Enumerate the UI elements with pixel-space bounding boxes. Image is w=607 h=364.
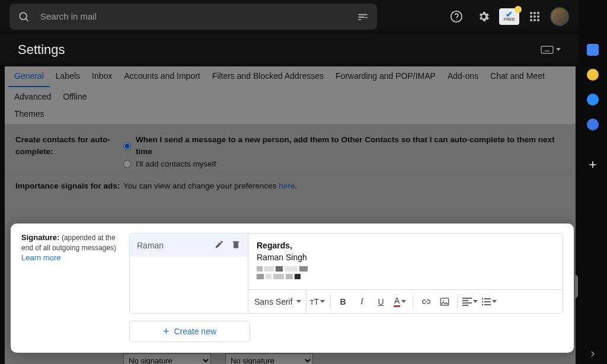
- tab-advanced[interactable]: Advanced: [8, 87, 57, 107]
- tab-inbox[interactable]: Inbox: [86, 66, 118, 87]
- importance-text: You can view and change your preferences: [123, 181, 279, 190]
- bold-button[interactable]: B: [336, 293, 351, 310]
- svg-point-28: [481, 301, 483, 302]
- underline-button[interactable]: U: [373, 293, 389, 310]
- tab-filters[interactable]: Filters and Blocked Addresses: [206, 66, 330, 87]
- row-create-contacts: Create contacts for auto-complete: When …: [5, 129, 576, 175]
- settings-tabs: General Labels Inbox Accounts and Import…: [5, 66, 576, 124]
- svg-point-26: [481, 298, 483, 299]
- svg-point-2: [451, 11, 462, 21]
- signature-label: Signature:: [21, 233, 59, 242]
- signature-editor: Raman Regards, R: [129, 233, 563, 314]
- top-bar: ✔FREE: [0, 0, 579, 33]
- list-button[interactable]: [481, 293, 497, 310]
- search-box[interactable]: [9, 4, 377, 30]
- search-icon: [17, 9, 31, 24]
- svg-point-4: [530, 12, 532, 14]
- for-reply-select[interactable]: No signature: [225, 353, 313, 364]
- signature-item-name: Raman: [137, 241, 164, 250]
- side-panel: +: [579, 33, 607, 364]
- plus-icon: +: [163, 327, 170, 336]
- delete-icon[interactable]: [231, 240, 241, 251]
- text-color-button[interactable]: A: [392, 293, 408, 310]
- contacts-opt-auto[interactable]: When I send a message to a new person, a…: [123, 134, 565, 158]
- link-icon[interactable]: [418, 293, 433, 310]
- svg-point-3: [456, 19, 456, 20]
- edit-icon[interactable]: [215, 240, 224, 251]
- svg-point-21: [442, 300, 443, 301]
- tab-accounts[interactable]: Accounts and Import: [118, 66, 206, 87]
- sig-line2: Raman Singh: [257, 253, 307, 262]
- svg-point-5: [533, 12, 536, 14]
- tab-offline[interactable]: Offline: [57, 87, 92, 107]
- create-contacts-label: Create contacts for auto-complete:: [15, 134, 123, 170]
- svg-rect-22: [462, 298, 472, 299]
- tasks-app-icon[interactable]: [587, 94, 599, 106]
- image-icon[interactable]: [437, 293, 452, 310]
- italic-button[interactable]: I: [354, 293, 370, 310]
- contacts-opt-auto-radio[interactable]: [123, 142, 131, 150]
- collapse-panel-icon[interactable]: [590, 349, 596, 359]
- svg-point-11: [533, 19, 536, 21]
- settings-header: Settings: [0, 33, 579, 66]
- keep-app-icon[interactable]: [587, 69, 599, 81]
- signature-spotlight: Signature: (appended at the end of all o…: [11, 223, 574, 353]
- sig-line1: Regards,: [257, 241, 292, 250]
- svg-rect-24: [462, 302, 472, 304]
- tab-addons[interactable]: Add-ons: [442, 66, 484, 87]
- add-app-icon[interactable]: +: [587, 159, 599, 171]
- create-new-signature-button[interactable]: + Create new: [129, 321, 250, 342]
- importance-label: Importance signals for ads:: [15, 180, 123, 192]
- signature-list: Raman: [130, 234, 248, 313]
- contacts-opt-manual-radio[interactable]: [123, 160, 131, 168]
- importance-link[interactable]: here: [279, 181, 295, 190]
- svg-point-10: [530, 19, 532, 21]
- signature-content[interactable]: Regards, Raman Singh: [248, 234, 563, 289]
- top-right-actions: ✔FREE: [445, 5, 569, 28]
- contacts-app-icon[interactable]: [587, 119, 599, 130]
- svg-point-6: [537, 12, 539, 14]
- font-size-button[interactable]: тT: [310, 293, 325, 310]
- svg-point-9: [537, 15, 539, 18]
- svg-rect-13: [541, 46, 553, 53]
- svg-rect-29: [484, 301, 491, 302]
- gear-icon[interactable]: [472, 5, 496, 28]
- svg-rect-23: [462, 300, 468, 301]
- input-tools-selector[interactable]: [541, 46, 561, 54]
- font-select[interactable]: Sans Serif: [254, 290, 306, 313]
- svg-point-8: [533, 15, 536, 18]
- calendar-app-icon[interactable]: [587, 44, 599, 56]
- svg-point-12: [537, 19, 539, 21]
- tab-themes[interactable]: Themes: [8, 107, 572, 124]
- svg-point-7: [530, 15, 532, 18]
- for-new-select[interactable]: No signature: [123, 353, 211, 364]
- tab-general[interactable]: General: [8, 66, 50, 87]
- tab-labels[interactable]: Labels: [50, 66, 86, 87]
- contacts-opt-manual[interactable]: I'll add contacts myself: [123, 158, 565, 170]
- svg-line-1: [26, 18, 28, 21]
- settings-panel: General Labels Inbox Accounts and Import…: [5, 66, 576, 364]
- signature-toolbar: Sans Serif тT B I U A: [248, 289, 563, 313]
- avatar[interactable]: [550, 7, 569, 26]
- svg-rect-31: [484, 304, 491, 305]
- svg-point-30: [481, 304, 483, 305]
- row-importance: Importance signals for ads: You can view…: [5, 175, 576, 197]
- redacted-line-2: [257, 274, 554, 279]
- apps-grid-icon[interactable]: [523, 5, 547, 28]
- signature-learn-more[interactable]: Learn more: [21, 253, 60, 262]
- page-title: Settings: [18, 42, 65, 58]
- svg-point-0: [20, 12, 27, 20]
- extension-badge[interactable]: ✔FREE: [499, 8, 519, 25]
- svg-rect-27: [484, 298, 491, 299]
- signature-list-item[interactable]: Raman: [130, 234, 248, 257]
- svg-rect-25: [462, 305, 468, 306]
- help-icon[interactable]: [445, 5, 468, 28]
- align-button[interactable]: [462, 293, 478, 310]
- tune-icon[interactable]: [356, 9, 370, 24]
- tab-forwarding[interactable]: Forwarding and POP/IMAP: [330, 66, 442, 87]
- redacted-line-1: [257, 266, 554, 272]
- tab-chat[interactable]: Chat and Meet: [484, 66, 551, 87]
- search-input[interactable]: [40, 11, 346, 21]
